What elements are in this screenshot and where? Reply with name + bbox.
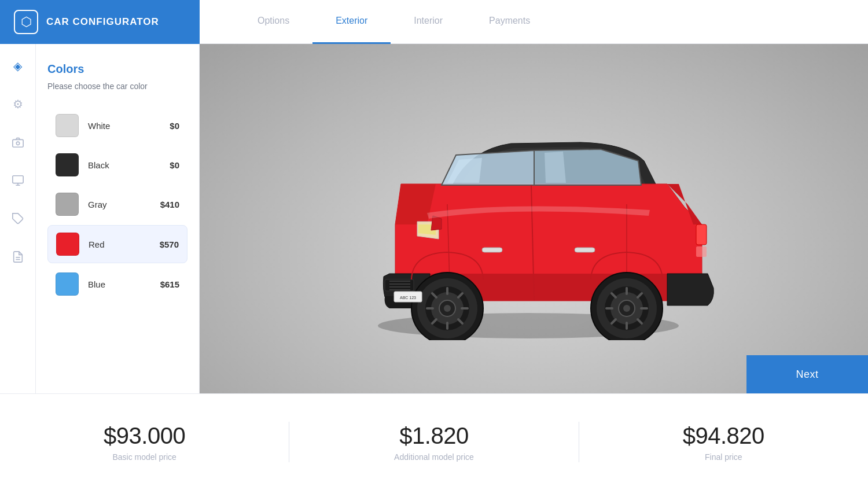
colors-section-subtitle: Please choose the car color [47, 82, 187, 91]
basic-price-value: $93.000 [104, 423, 185, 449]
svg-point-46 [623, 305, 630, 312]
color-swatch-white [56, 114, 79, 137]
color-name-white: White [88, 121, 160, 131]
screen-icon[interactable] [8, 170, 28, 191]
svg-point-1 [16, 142, 20, 145]
nav-tabs: Options Exterior Interior Payments [200, 0, 868, 44]
footer: $93.000 Basic model price $1.820 Additio… [0, 393, 868, 490]
logo-box: ⬡ CAR CONFIGURATOR [0, 0, 200, 44]
tab-interior[interactable]: Interior [391, 0, 466, 44]
svg-rect-0 [12, 139, 23, 147]
basic-price-label: Basic model price [112, 452, 176, 462]
document-icon[interactable] [8, 246, 28, 267]
svg-rect-2 [12, 176, 23, 183]
sidebar-content: Colors Please choose the car color White… [36, 44, 199, 393]
color-item-gray[interactable]: Gray $410 [47, 186, 187, 223]
svg-text:ABC 123: ABC 123 [399, 296, 415, 300]
color-swatch-blue [56, 272, 79, 296]
color-swatch-gray [56, 193, 79, 216]
color-name-red: Red [89, 240, 150, 249]
color-price-blue: $615 [160, 279, 179, 289]
basic-price-block: $93.000 Basic model price [0, 411, 289, 473]
camera-icon[interactable] [8, 132, 28, 153]
main-area: ◈ ⚙ [0, 44, 868, 393]
sidebar-icon-rail: ◈ ⚙ [0, 44, 36, 393]
logo-icon: ⬡ [14, 10, 38, 34]
color-item-blue[interactable]: Blue $615 [47, 266, 187, 303]
color-swatch-black [56, 153, 79, 176]
color-price-black: $0 [170, 160, 179, 170]
color-list: White $0 Black $0 Gray $410 Red $570 [47, 107, 187, 303]
svg-rect-18 [575, 248, 595, 252]
color-item-white[interactable]: White $0 [47, 107, 187, 144]
final-price-block: $94.820 Final price [579, 411, 868, 473]
header: ⬡ CAR CONFIGURATOR Options Exterior Inte… [0, 0, 868, 44]
final-price-value: $94.820 [683, 423, 764, 449]
color-price-white: $0 [170, 121, 179, 131]
svg-rect-17 [482, 248, 502, 252]
tab-options[interactable]: Options [234, 0, 312, 44]
car-svg-wrap: ABC 123 [332, 74, 737, 363]
color-swatch-red [56, 233, 79, 256]
diamond-icon[interactable]: ◈ [8, 56, 28, 76]
additional-price-block: $1.820 Additional model price [289, 411, 578, 473]
color-item-black[interactable]: Black $0 [47, 146, 187, 183]
logo-title: CAR CONFIGURATOR [46, 16, 159, 28]
next-button-label: Next [796, 369, 818, 381]
tab-payments[interactable]: Payments [466, 0, 553, 44]
tab-exterior[interactable]: Exterior [312, 0, 391, 44]
sidebar: ◈ ⚙ [0, 44, 200, 393]
colors-section-title: Colors [47, 62, 187, 76]
color-price-red: $570 [160, 240, 179, 249]
color-name-black: Black [88, 160, 160, 170]
additional-price-value: $1.820 [399, 423, 468, 449]
svg-rect-13 [696, 246, 707, 257]
color-name-blue: Blue [88, 279, 151, 289]
additional-price-label: Additional model price [394, 452, 474, 462]
tag-icon[interactable] [8, 208, 28, 229]
gear-icon[interactable]: ⚙ [8, 94, 28, 115]
color-item-red[interactable]: Red $570 [47, 225, 187, 263]
final-price-label: Final price [705, 452, 742, 462]
car-display: ABC 123 Next [200, 44, 868, 393]
color-name-gray: Gray [88, 200, 151, 209]
svg-rect-12 [696, 224, 707, 245]
color-price-gray: $410 [160, 200, 179, 209]
car-display-bg: ABC 123 [200, 44, 868, 393]
car-illustration: ABC 123 [332, 97, 737, 340]
svg-point-32 [444, 305, 451, 312]
next-button[interactable]: Next [746, 355, 868, 393]
